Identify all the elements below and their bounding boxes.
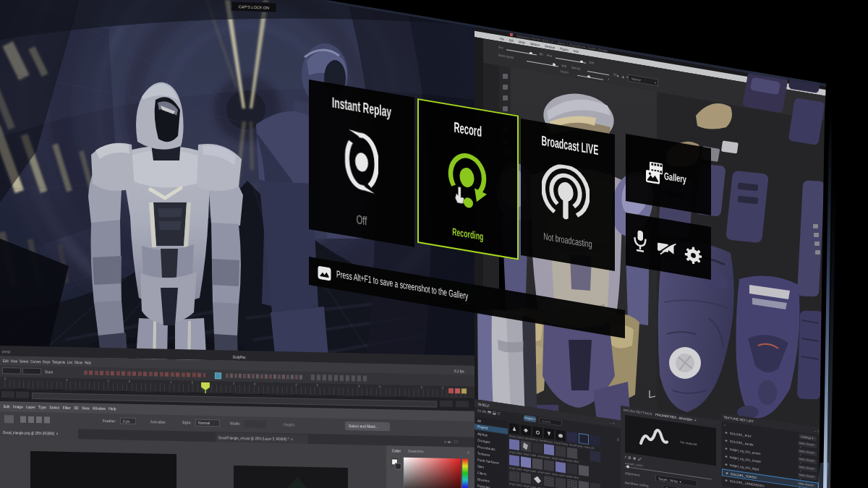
svg-text:No material: No material: [681, 440, 697, 446]
